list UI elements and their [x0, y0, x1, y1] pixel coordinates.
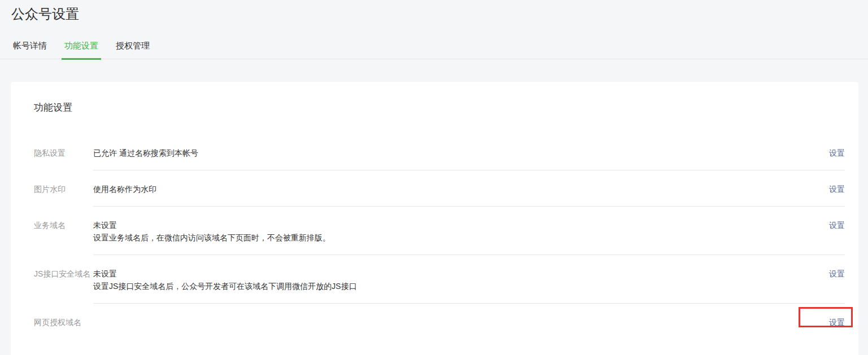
- page-title: 公众号设置: [0, 6, 868, 22]
- row-value: 已允许 通过名称搜索到本帐号: [93, 147, 198, 159]
- card-heading: 功能设置: [34, 102, 845, 113]
- settings-card: 功能设置 隐私设置 已允许 通过名称搜索到本帐号 设置 图片水印 使用名称作为水…: [11, 82, 858, 355]
- setting-row-webpage-auth-domain: 网页授权域名 设置: [34, 304, 845, 339]
- row-value: 未设置: [93, 268, 357, 280]
- settings-link-webpage-auth-domain[interactable]: 设置: [829, 316, 845, 328]
- row-value: 使用名称作为水印: [93, 183, 156, 195]
- row-description: 设置JS接口安全域名后，公众号开发者可在该域名下调用微信开放的JS接口: [93, 280, 357, 292]
- row-label: 网页授权域名: [34, 304, 93, 339]
- setting-row-image-watermark: 图片水印 使用名称作为水印 设置: [34, 170, 845, 207]
- tab-function-settings[interactable]: 功能设置: [62, 40, 101, 60]
- settings-link-image-watermark[interactable]: 设置: [829, 183, 845, 195]
- row-value: 未设置: [93, 219, 330, 231]
- settings-link-js-safe-domain[interactable]: 设置: [829, 268, 845, 280]
- tab-authorization-management[interactable]: 授权管理: [113, 40, 152, 60]
- tab-account-details[interactable]: 帐号详情: [10, 40, 50, 60]
- setting-row-business-domain: 业务域名 未设置 设置业务域名后，在微信内访问该域名下页面时，不会被重新排版。 …: [34, 207, 845, 255]
- row-label: 隐私设置: [34, 134, 93, 170]
- page-body: 功能设置 隐私设置 已允许 通过名称搜索到本帐号 设置 图片水印 使用名称作为水…: [0, 59, 868, 355]
- setting-row-privacy: 隐私设置 已允许 通过名称搜索到本帐号 设置: [34, 134, 845, 170]
- row-label: 业务域名: [34, 207, 93, 255]
- row-description: 设置业务域名后，在微信内访问该域名下页面时，不会被重新排版。: [93, 231, 330, 244]
- page-header: 公众号设置 帐号详情 功能设置 授权管理: [0, 0, 868, 59]
- settings-link-privacy[interactable]: 设置: [829, 147, 845, 159]
- settings-link-business-domain[interactable]: 设置: [829, 219, 845, 231]
- tab-bar: 帐号详情 功能设置 授权管理: [0, 40, 868, 59]
- row-label: 图片水印: [34, 170, 93, 207]
- setting-row-js-safe-domain: JS接口安全域名 未设置 设置JS接口安全域名后，公众号开发者可在该域名下调用微…: [34, 255, 845, 304]
- row-label: JS接口安全域名: [34, 255, 93, 304]
